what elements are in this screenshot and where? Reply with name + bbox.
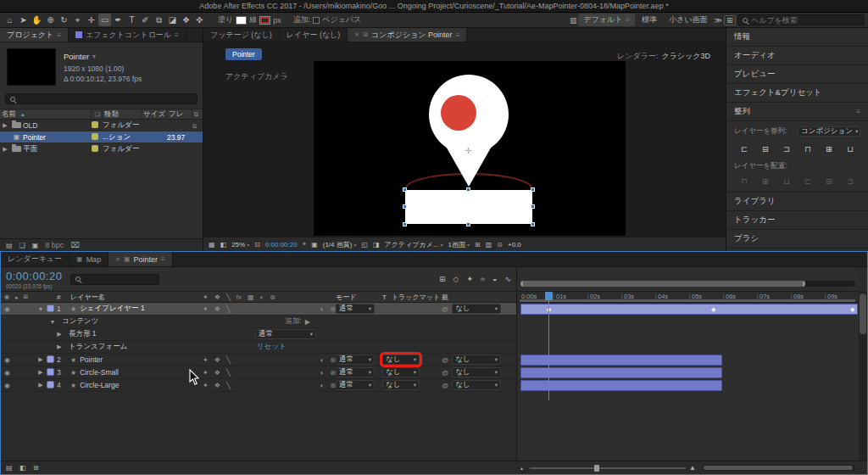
tab-render-queue[interactable]: レンダーキュー (1, 252, 70, 266)
pen-tool-icon[interactable]: ✒ (112, 14, 125, 26)
rotate-tool-icon[interactable]: ↻ (58, 14, 70, 26)
home-icon[interactable]: ⌂ (3, 14, 16, 26)
motion-blur-switch[interactable]: ◐ (320, 369, 324, 377)
selection-handle[interactable] (531, 222, 535, 226)
motion-blur-switch[interactable]: ◐ (320, 382, 324, 389)
project-search[interactable] (5, 93, 198, 104)
trkmat-select[interactable]: なし▾ (382, 367, 420, 377)
mode-select[interactable]: 通常▾ (336, 304, 375, 314)
network-icon[interactable]: ⧉ (192, 123, 197, 129)
tab-project[interactable]: プロジェクト ≡ (0, 28, 69, 42)
close-icon[interactable]: ✕ (354, 31, 359, 38)
eraser-tool-icon[interactable]: ◪ (166, 14, 179, 26)
workspace-default[interactable]: デフォルト ≡ (578, 14, 635, 26)
add-label[interactable]: 追加: (285, 316, 301, 327)
parent-select[interactable]: なし▾ (452, 367, 501, 377)
current-time-indicator-line[interactable] (548, 300, 549, 400)
quality-column-icon[interactable]: ╲ (226, 293, 231, 301)
tab-footage[interactable]: フッテージ (なし) (203, 28, 280, 42)
fast-previews-icon[interactable]: ▥ (486, 241, 492, 249)
snapshot-icon[interactable]: ⌖ (303, 240, 307, 249)
help-search[interactable] (737, 14, 865, 25)
label-color[interactable] (92, 145, 98, 152)
quality-switch[interactable]: ╲ (226, 356, 231, 364)
project-row-pointer[interactable]: ▣ Pointer ...ション 23.97 (0, 131, 203, 143)
layer-bar-3[interactable] (520, 367, 722, 378)
label-color[interactable] (92, 133, 98, 140)
solo-column-icon[interactable]: ● (14, 294, 18, 300)
expander-icon[interactable]: ▼ (35, 306, 47, 312)
label-color[interactable] (47, 381, 54, 388)
rectangle-tool-icon[interactable]: ▭ (98, 14, 111, 26)
collapse-column-icon[interactable]: ❖ (214, 293, 220, 301)
shy-toggle-icon[interactable]: ✦ (467, 275, 474, 283)
graph-editor-icon[interactable]: ∿ (504, 275, 511, 283)
motion-blur-toggle-icon[interactable]: ◒ (492, 275, 497, 283)
panel-menu-icon[interactable]: ≡ (175, 31, 179, 39)
layer-bar-1[interactable]: ◆ ◆ ◆ (520, 304, 858, 315)
eye-icon[interactable]: ◉ (4, 305, 10, 313)
region-of-interest-icon[interactable]: ⊡ (254, 241, 260, 249)
help-search-input[interactable] (751, 16, 860, 25)
distribute-top-button[interactable]: ⊓ (737, 175, 752, 187)
lock-icon[interactable]: ⊠ (363, 31, 368, 38)
timeline-zoom-track[interactable] (530, 467, 686, 469)
column-size[interactable]: サイズ (142, 109, 167, 119)
bezier-checkbox[interactable] (313, 17, 320, 24)
label-column-icon[interactable]: ❏ (95, 111, 100, 118)
shy-switch[interactable]: ✦ (203, 369, 209, 377)
composition-canvas[interactable]: ✛ (314, 61, 626, 236)
expander-icon[interactable]: ▶ (0, 122, 10, 129)
workspace-panel-icon[interactable]: ▥ (570, 16, 577, 25)
navigator-thumb[interactable] (520, 281, 805, 287)
lock-column-icon[interactable]: ⊠ (23, 293, 28, 300)
current-time-indicator-head[interactable] (545, 292, 553, 300)
hand-tool-icon[interactable]: ✋ (31, 14, 43, 26)
panel-tracker[interactable]: トラッカー (726, 211, 868, 230)
magnification-select[interactable]: 25%▾ (231, 241, 249, 249)
panel-menu-icon[interactable]: ≡ (57, 31, 61, 39)
parent-select[interactable]: なし▾ (452, 304, 501, 314)
label-color[interactable] (47, 305, 54, 312)
grid-options-icon[interactable]: ▦ (209, 241, 215, 249)
layer-name[interactable]: シェイプレイヤー 1 (80, 304, 144, 314)
panel-menu-icon[interactable]: ≡ (856, 108, 860, 115)
clone-stamp-tool-icon[interactable]: ⧉ (153, 14, 165, 26)
distribute-left-button[interactable]: ⊏ (800, 175, 815, 187)
column-mode[interactable]: モード (336, 293, 382, 302)
parent-select[interactable]: なし▾ (452, 380, 501, 390)
chevron-down-icon[interactable]: ▾ (92, 53, 96, 60)
pan-behind-tool-icon[interactable]: ✛ (85, 14, 97, 26)
quality-switch[interactable]: ╲ (226, 369, 231, 377)
selection-handle[interactable] (466, 187, 470, 192)
map-pin-dot[interactable] (441, 95, 476, 131)
tab-pointer[interactable]: ✕ ▣ Pointer ≡ (108, 252, 173, 266)
collapse-switch[interactable]: ❖ (214, 356, 220, 364)
panel-audio[interactable]: オーディオ (726, 47, 868, 65)
camera-tool-icon[interactable]: ⌖ (71, 14, 84, 26)
more-workspaces-icon[interactable]: ≫ (715, 16, 722, 25)
switches-pane-toggle-icon[interactable]: ▤ (6, 464, 13, 472)
collapse-switch[interactable]: ❖ (214, 369, 220, 377)
mode-select[interactable]: 通常▾ (336, 367, 375, 377)
panel-menu-icon[interactable]: ≡ (161, 255, 165, 263)
layer-name[interactable]: Circle-Large (80, 381, 119, 389)
trkmat-select-highlighted[interactable]: なし▾ (382, 355, 420, 365)
align-v-center-button[interactable]: ⊞ (821, 142, 837, 154)
group-name[interactable]: 長方形 1 (69, 329, 97, 339)
eye-column-icon[interactable]: ◉ (4, 293, 9, 300)
column-type[interactable]: 種類 (103, 109, 142, 119)
interpret-footage-icon[interactable]: ▤ (6, 242, 13, 249)
frame-blend-column-icon[interactable]: ▦ (248, 293, 254, 301)
eye-icon[interactable]: ◉ (4, 356, 10, 364)
tab-effect-controls[interactable]: エフェクトコントロール ≡ (69, 28, 186, 42)
show-channel-icon[interactable]: ◧ (220, 241, 227, 249)
zoom-out-mountain-icon[interactable]: ▲ (520, 466, 524, 471)
shy-switch[interactable]: ✦ (203, 382, 209, 389)
threed-column-icon[interactable]: ⊛ (270, 293, 275, 301)
fill-swatch[interactable] (236, 16, 247, 25)
fx-column-icon[interactable]: fx (236, 293, 242, 301)
puppet-pin-tool-icon[interactable]: ✜ (193, 14, 206, 26)
pickwhip-icon[interactable]: @ (442, 369, 448, 377)
expander-icon[interactable]: ▶ (53, 344, 65, 350)
